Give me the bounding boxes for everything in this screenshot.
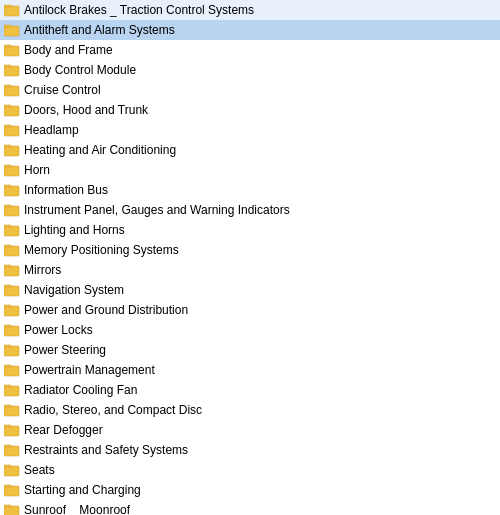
svg-rect-9: [4, 186, 19, 196]
folder-icon: [4, 183, 20, 197]
folder-icon: [4, 403, 20, 417]
list-item[interactable]: Antilock Brakes _ Traction Control Syste…: [0, 0, 500, 20]
folder-icon: [4, 63, 20, 77]
folder-icon: [4, 283, 20, 297]
list-item[interactable]: Radiator Cooling Fan: [0, 380, 500, 400]
folder-icon: [4, 383, 20, 397]
list-item[interactable]: Power and Ground Distribution: [0, 300, 500, 320]
folder-icon: [4, 163, 20, 177]
list-item[interactable]: Cruise Control: [0, 80, 500, 100]
folder-icon: [4, 203, 20, 217]
svg-rect-12: [4, 246, 19, 256]
list-item[interactable]: Sunroof _ Moonroof: [0, 500, 500, 515]
list-item[interactable]: Power Locks: [0, 320, 500, 340]
folder-icon: [4, 103, 20, 117]
folder-icon: [4, 363, 20, 377]
item-label: Restraints and Safety Systems: [24, 442, 188, 458]
item-label: Radiator Cooling Fan: [24, 382, 137, 398]
list-item[interactable]: Memory Positioning Systems: [0, 240, 500, 260]
item-label: Instrument Panel, Gauges and Warning Ind…: [24, 202, 290, 218]
svg-rect-3: [4, 66, 19, 76]
svg-rect-4: [4, 86, 19, 96]
svg-rect-16: [4, 326, 19, 336]
list-item[interactable]: Body Control Module: [0, 60, 500, 80]
svg-rect-17: [4, 346, 19, 356]
list-item[interactable]: Mirrors: [0, 260, 500, 280]
list-item[interactable]: Radio, Stereo, and Compact Disc: [0, 400, 500, 420]
item-label: Seats: [24, 462, 55, 478]
folder-icon: [4, 123, 20, 137]
item-label: Rear Defogger: [24, 422, 103, 438]
item-label: Lighting and Horns: [24, 222, 125, 238]
item-label: Antitheft and Alarm Systems: [24, 22, 175, 38]
list-item[interactable]: Headlamp: [0, 120, 500, 140]
svg-rect-11: [4, 226, 19, 236]
svg-rect-5: [4, 106, 19, 116]
folder-icon: [4, 503, 20, 515]
folder-icon: [4, 3, 20, 17]
item-label: Body Control Module: [24, 62, 136, 78]
list-item[interactable]: Starting and Charging: [0, 480, 500, 500]
item-label: Heating and Air Conditioning: [24, 142, 176, 158]
folder-icon: [4, 443, 20, 457]
item-label: Power Locks: [24, 322, 93, 338]
list-item[interactable]: Restraints and Safety Systems: [0, 440, 500, 460]
svg-rect-22: [4, 446, 19, 456]
svg-rect-2: [4, 46, 19, 56]
list-item[interactable]: Instrument Panel, Gauges and Warning Ind…: [0, 200, 500, 220]
system-list: Antilock Brakes _ Traction Control Syste…: [0, 0, 500, 515]
item-label: Power Steering: [24, 342, 106, 358]
svg-rect-24: [4, 486, 19, 496]
folder-icon: [4, 303, 20, 317]
item-label: Body and Frame: [24, 42, 113, 58]
svg-rect-10: [4, 206, 19, 216]
svg-rect-0: [4, 6, 19, 16]
item-label: Powertrain Management: [24, 362, 155, 378]
svg-rect-6: [4, 126, 19, 136]
item-label: Mirrors: [24, 262, 61, 278]
svg-rect-14: [4, 286, 19, 296]
list-item[interactable]: Powertrain Management: [0, 360, 500, 380]
svg-rect-21: [4, 426, 19, 436]
item-label: Radio, Stereo, and Compact Disc: [24, 402, 202, 418]
item-label: Memory Positioning Systems: [24, 242, 179, 258]
svg-rect-25: [4, 506, 19, 515]
folder-icon: [4, 243, 20, 257]
list-item[interactable]: Rear Defogger: [0, 420, 500, 440]
svg-rect-7: [4, 146, 19, 156]
list-item[interactable]: Body and Frame: [0, 40, 500, 60]
svg-rect-18: [4, 366, 19, 376]
folder-icon: [4, 343, 20, 357]
folder-icon: [4, 463, 20, 477]
folder-icon: [4, 83, 20, 97]
item-label: Cruise Control: [24, 82, 101, 98]
item-label: Horn: [24, 162, 50, 178]
svg-rect-15: [4, 306, 19, 316]
svg-rect-13: [4, 266, 19, 276]
folder-icon: [4, 223, 20, 237]
folder-icon: [4, 43, 20, 57]
svg-rect-20: [4, 406, 19, 416]
folder-icon: [4, 423, 20, 437]
list-item[interactable]: Navigation System: [0, 280, 500, 300]
svg-rect-23: [4, 466, 19, 476]
list-item[interactable]: Seats: [0, 460, 500, 480]
item-label: Headlamp: [24, 122, 79, 138]
svg-rect-1: [4, 26, 19, 36]
folder-icon: [4, 263, 20, 277]
list-item[interactable]: Power Steering: [0, 340, 500, 360]
item-label: Antilock Brakes _ Traction Control Syste…: [24, 2, 254, 18]
list-item[interactable]: Information Bus: [0, 180, 500, 200]
list-item[interactable]: Heating and Air Conditioning: [0, 140, 500, 160]
folder-icon: [4, 483, 20, 497]
item-label: Sunroof _ Moonroof: [24, 502, 130, 515]
list-item[interactable]: Horn: [0, 160, 500, 180]
list-item[interactable]: Lighting and Horns: [0, 220, 500, 240]
list-item[interactable]: Doors, Hood and Trunk: [0, 100, 500, 120]
item-label: Navigation System: [24, 282, 124, 298]
svg-rect-8: [4, 166, 19, 176]
item-label: Starting and Charging: [24, 482, 141, 498]
list-item[interactable]: Antitheft and Alarm Systems: [0, 20, 500, 40]
item-label: Power and Ground Distribution: [24, 302, 188, 318]
folder-icon: [4, 323, 20, 337]
